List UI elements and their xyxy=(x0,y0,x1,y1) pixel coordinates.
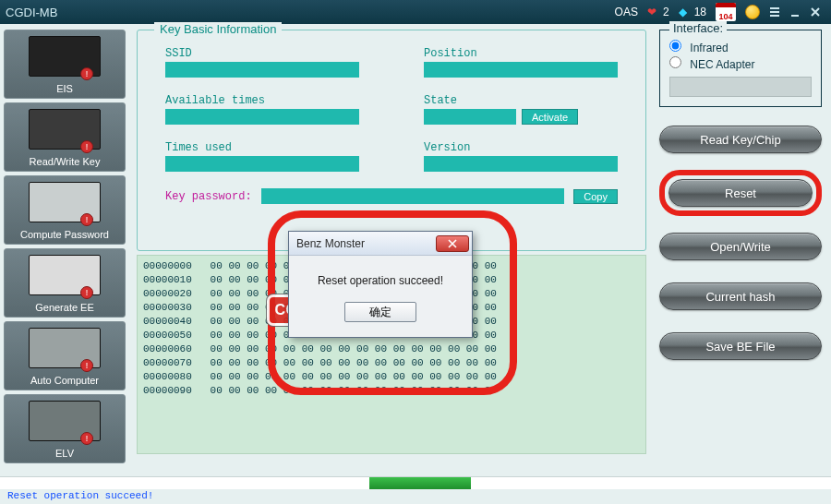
key-password-label: Key password: xyxy=(165,190,252,203)
dialog-close-button[interactable] xyxy=(436,235,469,252)
sidebar-item-elv[interactable]: ! ELV xyxy=(4,394,126,463)
right-panel: Interface: Infrared NEC Adapter Read Key… xyxy=(654,24,831,476)
position-label: Position xyxy=(424,47,618,60)
coin-icon[interactable] xyxy=(745,5,760,19)
footer: Reset operation succeed! xyxy=(0,476,831,504)
alert-badge-icon: ! xyxy=(80,286,93,299)
times-used-label: Times used xyxy=(165,141,359,154)
sidebar-item-compute-password[interactable]: ! Compute Password xyxy=(4,175,126,245)
close-button[interactable] xyxy=(805,4,825,20)
interface-opt-nec[interactable]: NEC Adapter xyxy=(669,56,812,71)
version-label: Version xyxy=(424,141,618,154)
key-basic-info-panel: Key Basic Information SSID Position Avai… xyxy=(137,30,646,251)
sidebar-item-label: Generate EE xyxy=(35,302,94,313)
interface-opt-infrared[interactable]: Infrared xyxy=(669,40,812,54)
calendar-day: 104 xyxy=(718,12,732,21)
current-hash-button[interactable]: Current hash xyxy=(659,282,822,310)
interface-legend: Interface: xyxy=(669,21,727,35)
calendar-stat[interactable]: 104 xyxy=(716,3,736,21)
copy-button[interactable]: Copy xyxy=(573,189,618,204)
save-be-file-button[interactable]: Save BE File xyxy=(659,332,822,360)
sidebar-item-label: Read/Write Key xyxy=(30,156,101,167)
alert-badge-icon: ! xyxy=(80,432,93,445)
available-times-label: Available times xyxy=(165,94,359,107)
diamond-gem-icon: ◆ xyxy=(679,6,692,18)
menu-button[interactable] xyxy=(765,4,785,20)
nec-radio[interactable] xyxy=(669,56,681,68)
minimize-button[interactable] xyxy=(785,4,805,20)
message-dialog: Benz Monster Reset operation succeed! 确定 xyxy=(288,231,473,338)
ssid-value xyxy=(165,62,359,78)
open-write-button[interactable]: Open/Write xyxy=(659,233,822,260)
calendar-icon: 104 xyxy=(716,3,736,21)
position-value xyxy=(424,62,618,78)
sidebar: ! EIS ! Read/Write Key ! Compute Passwor… xyxy=(0,24,129,476)
dialog-message: Reset operation succeed! xyxy=(296,274,464,287)
sidebar-item-label: Auto Computer xyxy=(30,375,99,386)
dialog-ok-button[interactable]: 确定 xyxy=(344,302,416,322)
infrared-label: Infrared xyxy=(690,42,728,54)
app-title: CGDI-MB xyxy=(6,6,57,19)
alert-badge-icon: ! xyxy=(80,213,93,226)
heart-gem-icon: ❤ xyxy=(647,6,660,18)
nec-label: NEC Adapter xyxy=(690,58,754,71)
state-value xyxy=(424,109,516,125)
dialog-titlebar[interactable]: Benz Monster xyxy=(289,232,472,256)
sidebar-item-auto-computer[interactable]: ! Auto Computer xyxy=(4,321,126,390)
sidebar-item-label: EIS xyxy=(56,83,73,94)
reset-highlight-ring: Reset xyxy=(659,170,822,216)
sidebar-item-label: ELV xyxy=(55,448,74,459)
read-key-chip-button[interactable]: Read Key/Chip xyxy=(659,126,822,153)
times-used-value xyxy=(165,156,359,172)
dialog-title: Benz Monster xyxy=(296,237,436,250)
oas-label: OAS xyxy=(615,6,638,18)
interface-box: Interface: Infrared NEC Adapter xyxy=(659,30,822,107)
available-times-value xyxy=(165,109,359,125)
blue-gem-count: 18 xyxy=(694,6,706,18)
sidebar-item-label: Compute Password xyxy=(20,229,109,240)
activate-button[interactable]: Activate xyxy=(522,109,578,125)
infrared-radio[interactable] xyxy=(669,40,681,52)
progress-bar xyxy=(0,476,831,489)
state-label: State xyxy=(424,94,618,107)
red-gem-count: 2 xyxy=(663,6,669,18)
progress-fill xyxy=(369,477,471,489)
ssid-label: SSID xyxy=(165,47,359,60)
alert-badge-icon: ! xyxy=(80,67,93,80)
version-value xyxy=(424,156,618,172)
reset-button[interactable]: Reset xyxy=(668,179,813,207)
interface-empty-field xyxy=(669,77,812,97)
alert-badge-icon: ! xyxy=(80,140,93,153)
blue-gem-stat: ◆ 18 xyxy=(679,6,706,18)
sidebar-item-eis[interactable]: ! EIS xyxy=(4,30,126,99)
key-password-value xyxy=(261,188,565,204)
alert-badge-icon: ! xyxy=(80,359,93,372)
status-text: Reset operation succeed! xyxy=(0,489,831,504)
sidebar-item-generate-ee[interactable]: ! Generate EE xyxy=(4,248,126,318)
sidebar-item-read-write-key[interactable]: ! Read/Write Key xyxy=(4,102,126,172)
red-gem-stat: ❤ 2 xyxy=(647,6,669,18)
key-basic-info-legend: Key Basic Information xyxy=(154,22,282,36)
